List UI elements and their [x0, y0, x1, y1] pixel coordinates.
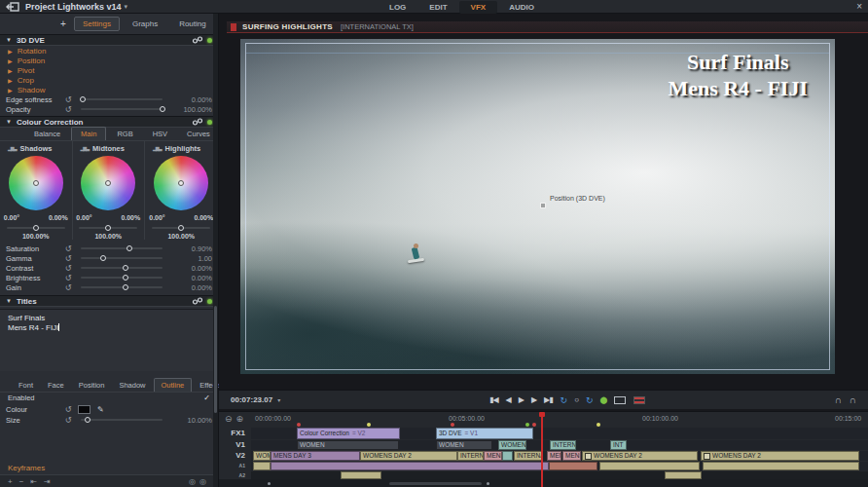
slider-handle[interactable] — [85, 417, 90, 423]
slider-handle[interactable] — [123, 275, 128, 281]
fields-icon[interactable] — [633, 396, 645, 404]
slider-handle[interactable] — [123, 265, 128, 271]
tab-edit[interactable]: EDIT — [417, 1, 458, 14]
title-tab-font[interactable]: Font — [12, 379, 40, 392]
route-link-icon[interactable] — [192, 297, 203, 305]
track-label-a1[interactable]: A1 — [219, 462, 251, 471]
reset-icon[interactable]: ↺ — [62, 95, 74, 104]
reset-icon[interactable]: ↺ — [62, 254, 74, 263]
zoom-out-icon[interactable]: ⊖ — [225, 414, 233, 424]
slider-handle[interactable] — [178, 225, 184, 231]
add-effect-button[interactable]: + — [56, 19, 70, 29]
collapse-icon[interactable]: ▼ — [6, 298, 12, 304]
param-slider[interactable] — [81, 286, 163, 288]
cc-tab-rgb[interactable]: RGB — [108, 128, 141, 140]
frame-back-button[interactable]: ◀ — [506, 395, 511, 404]
clip[interactable] — [502, 451, 513, 461]
clip[interactable] — [703, 462, 859, 470]
param-slider[interactable] — [81, 419, 163, 421]
sync-a-icon[interactable]: ↻ — [561, 395, 567, 405]
tab-routing[interactable]: Routing — [170, 17, 215, 31]
skip-start-button[interactable]: ▮◀ — [489, 395, 498, 404]
reset-icon[interactable]: ↺ — [62, 283, 74, 292]
headphones-icon-2[interactable]: ∩ — [850, 394, 856, 405]
dot-icon[interactable]: ○ — [574, 395, 578, 404]
param-slider[interactable] — [81, 257, 163, 259]
keyframe-tool[interactable]: ⇥ — [44, 477, 51, 486]
expand-icon[interactable]: ▶ — [8, 67, 13, 74]
headphones-icon-1[interactable]: ∩ — [835, 394, 842, 405]
param-slider[interactable] — [81, 108, 163, 110]
skip-end-button[interactable]: ▶▮ — [544, 395, 553, 404]
group-crop[interactable]: ▶Crop — [0, 75, 218, 85]
collapse-icon[interactable]: ▼ — [6, 119, 12, 125]
playhead[interactable] — [541, 412, 543, 487]
keyframe-cycle-icon[interactable]: ◎ — [189, 477, 196, 486]
slider-handle[interactable] — [80, 96, 86, 102]
clip[interactable]: MEN — [547, 451, 561, 461]
reset-icon[interactable]: ↺ — [62, 105, 74, 114]
expand-icon[interactable]: ▶ — [8, 57, 13, 64]
clip[interactable] — [549, 462, 597, 470]
clip[interactable]: WOMEN — [297, 440, 399, 450]
video-monitor[interactable]: Surf Finals Mens R4 - FIJI Position (3D … — [240, 39, 835, 374]
tab-graphs[interactable]: Graphs — [124, 17, 166, 31]
hue-wheel[interactable] — [81, 156, 135, 210]
close-icon[interactable]: × — [856, 1, 862, 12]
enabled-led[interactable] — [207, 299, 212, 304]
wheel-center-dot[interactable] — [105, 180, 111, 186]
eyedropper-icon[interactable]: ✎ — [97, 405, 104, 414]
colour-swatch[interactable] — [78, 405, 90, 414]
expand-icon[interactable]: ▶ — [8, 48, 13, 55]
hue-wheel[interactable] — [9, 156, 63, 210]
sync-b-icon[interactable]: ↻ — [586, 395, 593, 405]
gain-slider[interactable] — [7, 227, 65, 229]
expand-icon[interactable]: ▶ — [8, 77, 13, 84]
clip[interactable]: 3D DVE= V1 — [436, 428, 533, 439]
histogram-icon[interactable]: ▂▆▃ — [81, 145, 90, 151]
timeline-marker[interactable] — [451, 423, 454, 427]
timecode-display[interactable]: 00:07:23.07 — [231, 395, 272, 404]
slider-handle[interactable] — [160, 106, 165, 112]
group-position[interactable]: ▶Position — [0, 56, 218, 65]
slider-handle[interactable] — [123, 284, 128, 290]
clip[interactable]: MEND — [484, 451, 502, 461]
zoom-in-icon[interactable]: ⊕ — [236, 414, 244, 424]
tab-log[interactable]: LOG — [378, 1, 417, 14]
panel-scrollbar[interactable] — [213, 14, 218, 487]
collapse-icon[interactable]: ▼ — [6, 37, 12, 43]
enabled-led[interactable] — [207, 120, 212, 125]
clip[interactable]: Colour Correction= V2 — [297, 428, 400, 439]
clip[interactable]: WOMENS — [498, 440, 526, 450]
clip[interactable]: WOMENS DAY 2 — [360, 451, 457, 461]
title-tab-shadow[interactable]: Shadow — [112, 379, 152, 392]
slider-handle[interactable] — [127, 245, 132, 251]
histogram-icon[interactable]: ▂▆▃ — [8, 145, 17, 151]
route-link-icon[interactable] — [192, 36, 203, 44]
tab-audio[interactable]: AUDIO — [497, 1, 546, 14]
param-slider[interactable] — [81, 247, 163, 249]
clip[interactable]: WOMEN — [436, 440, 492, 450]
slider-handle[interactable] — [33, 225, 39, 231]
track-label-v1[interactable]: V1 — [219, 440, 251, 451]
section-header-3d-dve[interactable]: ▼ 3D DVE — [0, 34, 218, 46]
cc-tab-main[interactable]: Main — [71, 127, 106, 140]
wheel-center-dot[interactable] — [33, 180, 39, 186]
clip[interactable]: MENS DAY 3 — [271, 451, 360, 461]
timeline-marker[interactable] — [297, 423, 301, 427]
keyframe-tool[interactable]: ⇤ — [30, 477, 37, 486]
frame-forward-button[interactable]: ▶ — [531, 395, 536, 404]
tab-settings[interactable]: Settings — [74, 17, 120, 31]
title-tab-face[interactable]: Face — [41, 379, 71, 392]
clip[interactable]: INT — [610, 440, 627, 450]
timeline-marker[interactable] — [597, 423, 600, 427]
wheel-center-dot[interactable] — [178, 180, 184, 186]
title-text-input[interactable]: Surf Finals Mens R4 - FIJI ▪ — [0, 309, 218, 371]
track-label-v2[interactable]: V2 — [219, 451, 251, 462]
safe-area-icon[interactable] — [614, 396, 626, 404]
keyframe-tool[interactable]: + — [8, 477, 13, 486]
reset-icon[interactable]: ↺ — [62, 244, 74, 253]
clip[interactable] — [253, 462, 271, 470]
param-slider[interactable] — [81, 267, 163, 269]
title-tab-position[interactable]: Position — [72, 379, 112, 392]
